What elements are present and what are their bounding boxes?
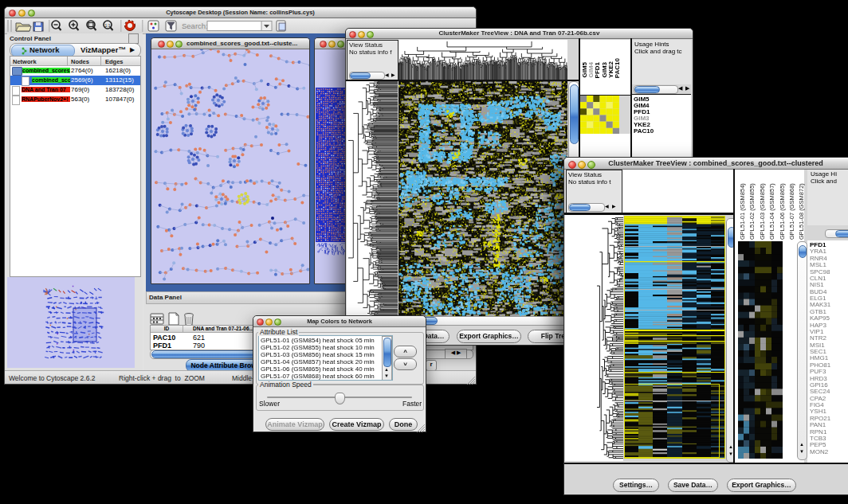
svg-text:1:1: 1:1: [105, 23, 111, 28]
svg-text:Search:: Search:: [182, 21, 208, 30]
